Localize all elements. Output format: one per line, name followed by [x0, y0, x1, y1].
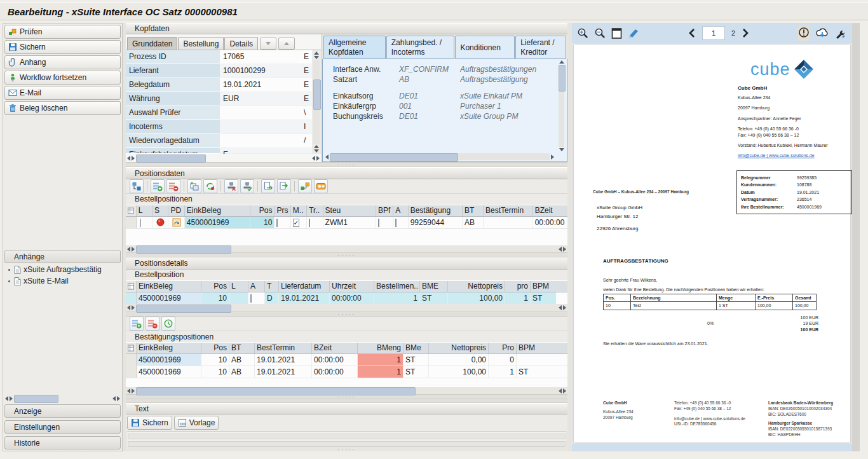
- prev-page-icon[interactable]: [688, 28, 696, 38]
- field-row[interactable]: WährungEURE: [126, 92, 312, 106]
- pdf-splitter[interactable]: [567, 23, 572, 451]
- fit-page-icon[interactable]: [611, 27, 622, 39]
- bestaetigung-cell[interactable]: 99259044: [409, 217, 463, 228]
- highlighter-icon[interactable]: [627, 27, 640, 39]
- tr-checkbox[interactable]: [309, 219, 310, 227]
- reject-stamp-icon[interactable]: [224, 179, 238, 193]
- tab-grunddaten[interactable]: Grunddaten: [127, 37, 177, 50]
- bzeit-cell[interactable]: 00:00:00: [533, 217, 567, 228]
- pdf-page: cube Cube GmbH Kubus-Allee 234 20097 Ham…: [574, 45, 850, 442]
- intro-line: vielen Dank für Ihre Bestellung. Die nac…: [603, 287, 764, 292]
- email-button[interactable]: E-Mail: [4, 86, 121, 100]
- bpf-checkbox[interactable]: [378, 219, 379, 227]
- company-links[interactable]: info@cube.de | www.cube-solutions.de: [738, 153, 847, 158]
- text-sichern-button[interactable]: Sichern: [127, 416, 172, 430]
- bestellposition-row[interactable]: 4500001969 10 ✓ ZWM1 99259044 AB 00:00:0…: [126, 217, 567, 229]
- warning-icon[interactable]: [797, 26, 810, 41]
- add-row-icon[interactable]: [130, 317, 144, 331]
- table-empty-area: [126, 229, 567, 245]
- detail-vscrollbar[interactable]: [557, 60, 566, 151]
- table-header-row[interactable]: L S PD EinkBeleg Pos Prs M.. Tr.. Steu B…: [126, 205, 567, 217]
- scroll-up-button[interactable]: [278, 38, 295, 50]
- page-2-label[interactable]: 2: [731, 29, 735, 37]
- field-row[interactable]: Auswahl Prüfer\: [126, 106, 312, 120]
- pruefen-label: Prüfen: [20, 27, 42, 36]
- historie-button[interactable]: Historie: [4, 436, 121, 449]
- bmeng-error-cell[interactable]: 1: [358, 354, 403, 366]
- table-header-row[interactable]: EinkBeleg Pos L A T Lieferdatum Uhrzeit …: [126, 280, 567, 292]
- zoom-in-icon[interactable]: [577, 27, 589, 39]
- approve-stamp-icon[interactable]: [240, 179, 254, 193]
- bestaetigung-row[interactable]: 4500001969 10 AB 19.01.2021 00:00:00 1 S…: [126, 354, 567, 366]
- tab-lieferant-kreditor[interactable]: Lieferant / Kreditor: [515, 36, 566, 59]
- field-row-clipped[interactable]: EinkaufsbelegdatumE: [126, 148, 312, 154]
- text-input-area[interactable]: [127, 431, 566, 447]
- bestellposition-detail-row[interactable]: 4500001969 10 D 19.01.2021 00:00:00 1 ST…: [126, 292, 567, 305]
- besttermin-cell[interactable]: [484, 217, 533, 228]
- field-row[interactable]: Lieferant1000100299E: [126, 64, 312, 78]
- einkbeleg-cell[interactable]: 4500001969: [185, 217, 250, 228]
- m-checkbox[interactable]: ✓: [293, 219, 299, 227]
- add-row-icon[interactable]: [151, 179, 165, 193]
- sichern-button[interactable]: Sichern: [4, 40, 121, 54]
- sidebar-hscrollbar[interactable]: [4, 394, 121, 402]
- attachment-item[interactable]: xSuite E-Mail: [4, 275, 121, 287]
- scroll-down-button[interactable]: [260, 38, 276, 50]
- propose-confirmation-icon[interactable]: [161, 317, 175, 331]
- bmeng-error-cell[interactable]: 1: [358, 366, 403, 378]
- field-row[interactable]: Wiedervorlagedatum/: [126, 134, 312, 148]
- kopfdaten-detail-pane: Allgemeine Kopfdaten Zahlungsbed. / Inco…: [322, 34, 567, 162]
- kopfdaten-vscrollbar[interactable]: [312, 50, 321, 154]
- bullet-icon: [8, 280, 10, 282]
- a-checkbox[interactable]: [395, 219, 397, 227]
- bestaetigungen-hscrollbar[interactable]: [126, 387, 567, 394]
- steu-cell[interactable]: ZWM1: [323, 217, 376, 228]
- tab-details[interactable]: Details: [224, 37, 258, 50]
- kopfdaten-hscrollbar[interactable]: [126, 154, 321, 162]
- pruefen-button[interactable]: Prüfen: [4, 25, 121, 39]
- splitter[interactable]: [126, 162, 567, 167]
- tab-allgemeine-kopfdaten[interactable]: Allgemeine Kopfdaten: [323, 36, 386, 59]
- prs-checkbox[interactable]: [276, 219, 278, 227]
- pdf-page-area[interactable]: cube Cube GmbH Kubus-Allee 234 20097 Ham…: [572, 43, 852, 444]
- bestaetigungspositionen-subtitle: Bestätigungspositionen: [126, 331, 567, 342]
- pd-icon[interactable]: [168, 217, 184, 228]
- field-row[interactable]: Prozess ID17065E: [126, 50, 312, 64]
- transfer-document-icon[interactable]: [277, 179, 291, 193]
- next-page-icon[interactable]: [742, 28, 749, 38]
- bestaetigung-row[interactable]: 4500001969 10 AB 19.01.2021 00:00:00 1 S…: [126, 366, 567, 378]
- tab-konditionen[interactable]: Konditionen: [455, 36, 515, 59]
- delete-row-icon[interactable]: [166, 179, 180, 193]
- tools-icon[interactable]: [834, 27, 847, 39]
- pos-cell[interactable]: 10: [250, 217, 275, 228]
- link-items-icon[interactable]: [298, 179, 312, 193]
- einstellungen-button[interactable]: Einstellungen: [4, 420, 121, 434]
- field-row[interactable]: IncotermsI: [126, 120, 312, 134]
- company-block: Cube GmbH Kubus-Allee 234 20097 Hamburg …: [738, 85, 847, 159]
- zoom-out-icon[interactable]: [594, 27, 606, 39]
- assign-columns-icon[interactable]: [130, 179, 144, 193]
- text-vorlage-button[interactable]: Vorlage: [174, 416, 219, 430]
- tab-zahlungsbed-incoterms[interactable]: Zahlungsbed. / Incoterms: [386, 36, 455, 59]
- a-checkbox[interactable]: [250, 294, 252, 303]
- copy-document-icon[interactable]: [261, 179, 275, 193]
- l-cell[interactable]: [140, 219, 141, 227]
- download-icon[interactable]: [815, 27, 829, 39]
- page-number-box[interactable]: 1: [702, 26, 725, 40]
- workflow-fortsetzen-button[interactable]: Workflow fortsetzen: [4, 71, 121, 85]
- refresh-items-icon[interactable]: [203, 179, 217, 193]
- delete-row-icon[interactable]: [146, 317, 159, 331]
- session-icon[interactable]: [314, 179, 328, 193]
- copy-item-icon[interactable]: [187, 179, 201, 193]
- field-row[interactable]: Belegdatum19.01.2021E: [126, 78, 312, 92]
- status-red-icon[interactable]: [153, 217, 168, 228]
- anhang-button[interactable]: Anhang: [4, 55, 121, 69]
- beleg-loeschen-button[interactable]: Beleg löschen: [4, 101, 121, 115]
- detail-hscrollbar[interactable]: [324, 153, 555, 161]
- bt-cell[interactable]: AB: [463, 217, 484, 228]
- table-header-row[interactable]: EinkBeleg Pos BT BestTermin BZeit BMeng …: [126, 342, 567, 354]
- anzeige-button[interactable]: Anzeige: [4, 404, 121, 418]
- right-splitter[interactable]: [852, 23, 860, 451]
- bottom-grip[interactable]: [126, 447, 567, 451]
- tab-bestellung[interactable]: Bestellung: [178, 37, 224, 50]
